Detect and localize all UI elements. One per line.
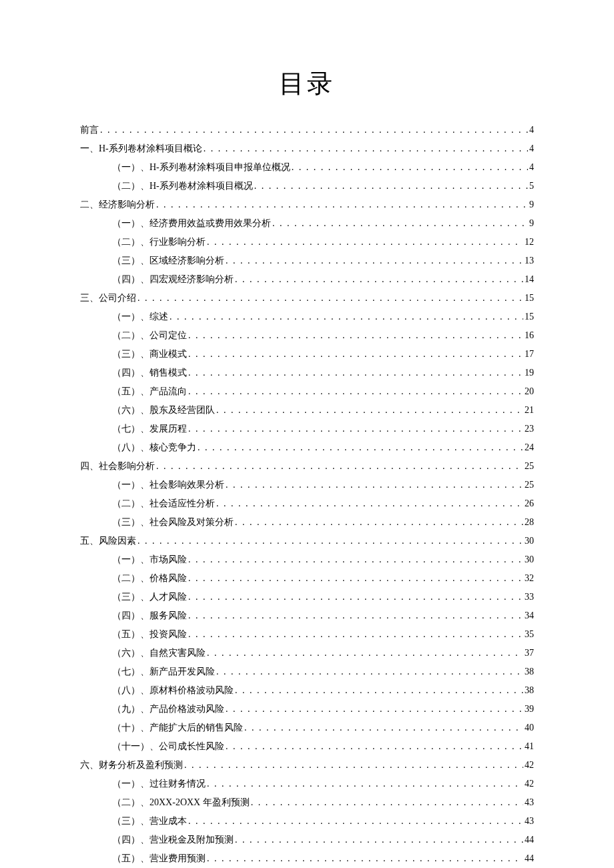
toc-entry: （四）、四宏观经济影响分析14 — [80, 270, 534, 289]
toc-entry: 四、社会影响分析25 — [80, 457, 534, 476]
toc-entry: （一）、综述15 — [80, 308, 534, 326]
toc-entry-page: 42 — [525, 775, 534, 793]
toc-entry-label: （五）、投资风险 — [112, 625, 187, 644]
toc-entry-page: 40 — [525, 719, 534, 737]
toc-entry-label: 三、公司介绍 — [80, 289, 136, 308]
toc-dot-leader — [188, 382, 523, 401]
toc-dot-leader — [235, 831, 523, 849]
toc-entry: 六、财务分析及盈利预测42 — [80, 756, 534, 775]
toc-entry-label: （一）、市场风险 — [112, 550, 187, 569]
toc-entry-label: （十）、产能扩大后的销售风险 — [112, 719, 243, 737]
toc-entry: 前言4 — [80, 121, 534, 139]
toc-entry: （九）、产品价格波动风险39 — [80, 700, 534, 719]
toc-entry-label: （五）、营业费用预测 — [112, 849, 206, 868]
toc-entry: （六）、股东及经营团队21 — [80, 401, 534, 420]
toc-entry-page: 19 — [525, 364, 534, 382]
toc-entry: （一）、H-系列卷材涂料项目申报单位概况4 — [80, 158, 534, 177]
toc-dot-leader — [216, 401, 523, 420]
toc-entry: （八）、原材料价格波动风险38 — [80, 681, 534, 700]
toc-dot-leader — [188, 812, 523, 831]
toc-entry-label: （二）、行业影响分析 — [112, 233, 206, 252]
toc-entry: 三、公司介绍15 — [80, 289, 534, 308]
toc-entry: （七）、新产品开发风险38 — [80, 663, 534, 681]
toc-entry-label: （四）、四宏观经济影响分析 — [112, 270, 234, 289]
toc-entry-label: （九）、产品价格波动风险 — [112, 700, 224, 719]
toc-entry-page: 35 — [525, 625, 534, 644]
toc-entry-label: （三）、人才风险 — [112, 588, 187, 606]
toc-entry: （五）、投资风险35 — [80, 625, 534, 644]
toc-entry-label: （七）、发展历程 — [112, 420, 187, 438]
toc-entry: （五）、营业费用预测44 — [80, 849, 534, 868]
toc-dot-leader — [156, 195, 528, 214]
toc-entry: 一、H-系列卷材涂料项目概论4 — [80, 139, 534, 158]
toc-entry-page: 34 — [525, 606, 534, 625]
toc-entry-page: 12 — [525, 233, 534, 252]
toc-entry: （二）、H-系列卷材涂料项目概况5 — [80, 177, 534, 195]
toc-entry-label: （二）、社会适应性分析 — [112, 494, 215, 513]
toc-entry-label: （二）、价格风险 — [112, 569, 187, 588]
toc-dot-leader — [254, 177, 528, 195]
toc-dot-leader — [170, 308, 523, 326]
toc-dot-leader — [235, 513, 523, 532]
toc-entry-label: （三）、社会风险及对策分析 — [112, 513, 234, 532]
toc-entry-page: 21 — [525, 401, 534, 420]
toc-entry-label: （二）、H-系列卷材涂料项目概况 — [112, 177, 253, 195]
toc-entry-label: （一）、过往财务情况 — [112, 775, 206, 793]
toc-entry-label: （八）、原材料价格波动风险 — [112, 681, 234, 700]
toc-entry: 五、风险因素30 — [80, 532, 534, 550]
toc-dot-leader — [216, 494, 523, 513]
toc-entry-page: 5 — [529, 177, 534, 195]
toc-entry-page: 15 — [525, 308, 534, 326]
toc-entry: （一）、经济费用效益或费用效果分析9 — [80, 214, 534, 233]
toc-entry-label: （二）、20XX-2OXX 年盈利预测 — [112, 793, 250, 812]
toc-entry-page: 39 — [525, 700, 534, 719]
toc-dot-leader — [207, 849, 523, 868]
toc-entry-label: （八）、核心竞争力 — [112, 438, 196, 457]
toc-entry-page: 25 — [525, 457, 534, 476]
toc-dot-leader — [188, 364, 523, 382]
toc-entry-page: 16 — [525, 326, 534, 345]
toc-entry-label: 二、经济影响分析 — [80, 195, 155, 214]
toc-entry-page: 41 — [525, 737, 534, 756]
toc-dot-leader — [100, 121, 528, 139]
toc-entry: （十一）、公司成长性风险41 — [80, 737, 534, 756]
toc-entry-label: 一、H-系列卷材涂料项目概论 — [80, 139, 202, 158]
toc-entry-label: 前言 — [80, 121, 99, 139]
toc-entry-label: （一）、经济费用效益或费用效果分析 — [112, 214, 271, 233]
toc-entry-page: 38 — [525, 681, 534, 700]
toc-dot-leader — [226, 476, 523, 494]
toc-entry-page: 9 — [529, 195, 534, 214]
toc-entry: （四）、销售模式19 — [80, 364, 534, 382]
toc-entry-page: 33 — [525, 588, 534, 606]
toc-title: 目录 — [80, 67, 534, 101]
toc-entry: （三）、营业成本43 — [80, 812, 534, 831]
toc-dot-leader — [204, 139, 528, 158]
document-page: 目录 前言4一、H-系列卷材涂料项目概论4（一）、H-系列卷材涂料项目申报单位概… — [0, 0, 614, 868]
toc-entry-label: （六）、自然灾害风险 — [112, 644, 206, 663]
toc-entry: （二）、20XX-2OXX 年盈利预测43 — [80, 793, 534, 812]
toc-entry-page: 30 — [525, 532, 534, 550]
toc-entry-page: 32 — [525, 569, 534, 588]
toc-dot-leader — [188, 569, 523, 588]
toc-entry: （四）、服务风险34 — [80, 606, 534, 625]
toc-entry: （三）、区域经济影响分析13 — [80, 252, 534, 270]
toc-dot-leader — [137, 289, 523, 308]
toc-dot-leader — [188, 625, 523, 644]
toc-dot-leader — [188, 420, 523, 438]
toc-entry-page: 38 — [525, 663, 534, 681]
toc-dot-leader — [184, 756, 523, 775]
toc-entry-page: 44 — [525, 849, 534, 868]
toc-entry-label: （一）、社会影响效果分析 — [112, 476, 224, 494]
toc-entry-page: 42 — [525, 756, 534, 775]
toc-entry: （三）、社会风险及对策分析28 — [80, 513, 534, 532]
toc-entry: （二）、行业影响分析12 — [80, 233, 534, 252]
toc-entry-page: 9 — [529, 214, 534, 233]
toc-entry: （二）、社会适应性分析26 — [80, 494, 534, 513]
toc-entry: （二）、公司定位16 — [80, 326, 534, 345]
toc-dot-leader — [226, 252, 523, 270]
toc-dot-leader — [244, 719, 523, 737]
toc-entry-label: （一）、综述 — [112, 308, 168, 326]
toc-entry-page: 26 — [525, 494, 534, 513]
toc-dot-leader — [226, 737, 523, 756]
toc-dot-leader — [188, 550, 523, 569]
